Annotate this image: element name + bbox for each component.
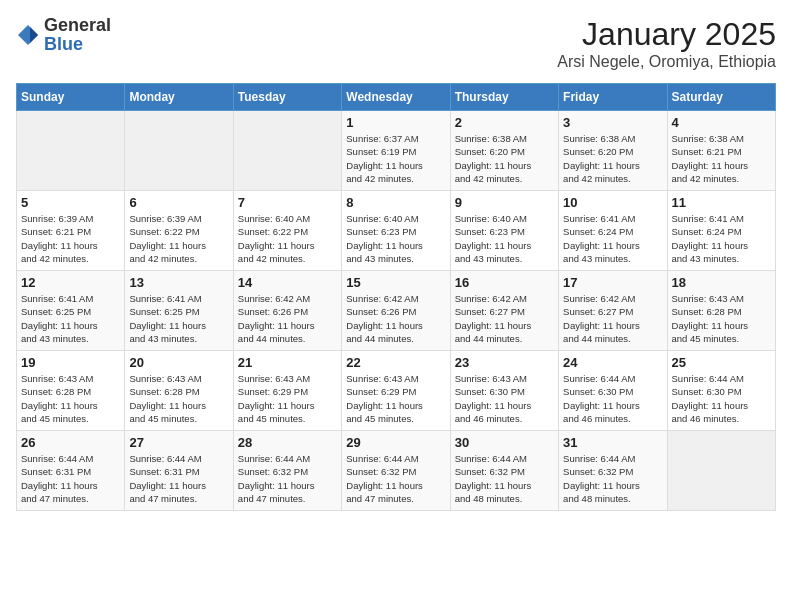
calendar-cell: 7Sunrise: 6:40 AM Sunset: 6:22 PM Daylig…	[233, 191, 341, 271]
logo-general-text: General	[44, 15, 111, 35]
calendar-cell: 12Sunrise: 6:41 AM Sunset: 6:25 PM Dayli…	[17, 271, 125, 351]
calendar-cell: 6Sunrise: 6:39 AM Sunset: 6:22 PM Daylig…	[125, 191, 233, 271]
day-info: Sunrise: 6:44 AM Sunset: 6:32 PM Dayligh…	[455, 452, 554, 505]
calendar-cell: 21Sunrise: 6:43 AM Sunset: 6:29 PM Dayli…	[233, 351, 341, 431]
calendar-cell: 20Sunrise: 6:43 AM Sunset: 6:28 PM Dayli…	[125, 351, 233, 431]
day-number: 1	[346, 115, 445, 130]
day-info: Sunrise: 6:41 AM Sunset: 6:24 PM Dayligh…	[563, 212, 662, 265]
calendar-header-row: SundayMondayTuesdayWednesdayThursdayFrid…	[17, 84, 776, 111]
day-header-thursday: Thursday	[450, 84, 558, 111]
day-number: 25	[672, 355, 771, 370]
day-info: Sunrise: 6:42 AM Sunset: 6:26 PM Dayligh…	[238, 292, 337, 345]
calendar-week-row: 12Sunrise: 6:41 AM Sunset: 6:25 PM Dayli…	[17, 271, 776, 351]
calendar-cell: 25Sunrise: 6:44 AM Sunset: 6:30 PM Dayli…	[667, 351, 775, 431]
day-header-saturday: Saturday	[667, 84, 775, 111]
day-number: 14	[238, 275, 337, 290]
logo: General Blue	[16, 16, 111, 54]
day-info: Sunrise: 6:44 AM Sunset: 6:31 PM Dayligh…	[129, 452, 228, 505]
logo-blue-text: Blue	[44, 34, 83, 54]
day-number: 31	[563, 435, 662, 450]
day-number: 19	[21, 355, 120, 370]
day-number: 24	[563, 355, 662, 370]
calendar-cell: 2Sunrise: 6:38 AM Sunset: 6:20 PM Daylig…	[450, 111, 558, 191]
title-block: January 2025 Arsi Negele, Oromiya, Ethio…	[557, 16, 776, 71]
day-info: Sunrise: 6:44 AM Sunset: 6:31 PM Dayligh…	[21, 452, 120, 505]
calendar-cell: 18Sunrise: 6:43 AM Sunset: 6:28 PM Dayli…	[667, 271, 775, 351]
calendar-cell: 16Sunrise: 6:42 AM Sunset: 6:27 PM Dayli…	[450, 271, 558, 351]
day-info: Sunrise: 6:40 AM Sunset: 6:22 PM Dayligh…	[238, 212, 337, 265]
calendar-cell	[233, 111, 341, 191]
calendar-week-row: 1Sunrise: 6:37 AM Sunset: 6:19 PM Daylig…	[17, 111, 776, 191]
calendar-cell	[17, 111, 125, 191]
calendar-cell: 26Sunrise: 6:44 AM Sunset: 6:31 PM Dayli…	[17, 431, 125, 511]
day-number: 16	[455, 275, 554, 290]
day-header-tuesday: Tuesday	[233, 84, 341, 111]
day-number: 17	[563, 275, 662, 290]
day-info: Sunrise: 6:39 AM Sunset: 6:21 PM Dayligh…	[21, 212, 120, 265]
day-number: 21	[238, 355, 337, 370]
calendar-cell: 30Sunrise: 6:44 AM Sunset: 6:32 PM Dayli…	[450, 431, 558, 511]
day-number: 18	[672, 275, 771, 290]
calendar-cell: 8Sunrise: 6:40 AM Sunset: 6:23 PM Daylig…	[342, 191, 450, 271]
day-number: 2	[455, 115, 554, 130]
day-info: Sunrise: 6:43 AM Sunset: 6:29 PM Dayligh…	[238, 372, 337, 425]
day-number: 3	[563, 115, 662, 130]
calendar-cell: 3Sunrise: 6:38 AM Sunset: 6:20 PM Daylig…	[559, 111, 667, 191]
day-number: 12	[21, 275, 120, 290]
day-info: Sunrise: 6:40 AM Sunset: 6:23 PM Dayligh…	[455, 212, 554, 265]
day-info: Sunrise: 6:43 AM Sunset: 6:28 PM Dayligh…	[129, 372, 228, 425]
svg-marker-1	[30, 27, 38, 43]
day-number: 20	[129, 355, 228, 370]
day-info: Sunrise: 6:43 AM Sunset: 6:29 PM Dayligh…	[346, 372, 445, 425]
calendar-cell	[667, 431, 775, 511]
calendar-table: SundayMondayTuesdayWednesdayThursdayFrid…	[16, 83, 776, 511]
calendar-cell: 19Sunrise: 6:43 AM Sunset: 6:28 PM Dayli…	[17, 351, 125, 431]
day-header-wednesday: Wednesday	[342, 84, 450, 111]
day-number: 30	[455, 435, 554, 450]
day-info: Sunrise: 6:43 AM Sunset: 6:28 PM Dayligh…	[672, 292, 771, 345]
day-header-sunday: Sunday	[17, 84, 125, 111]
calendar-cell: 13Sunrise: 6:41 AM Sunset: 6:25 PM Dayli…	[125, 271, 233, 351]
day-number: 13	[129, 275, 228, 290]
day-info: Sunrise: 6:44 AM Sunset: 6:32 PM Dayligh…	[238, 452, 337, 505]
location-title: Arsi Negele, Oromiya, Ethiopia	[557, 53, 776, 71]
calendar-cell: 22Sunrise: 6:43 AM Sunset: 6:29 PM Dayli…	[342, 351, 450, 431]
day-info: Sunrise: 6:43 AM Sunset: 6:28 PM Dayligh…	[21, 372, 120, 425]
day-number: 5	[21, 195, 120, 210]
day-number: 29	[346, 435, 445, 450]
calendar-cell: 31Sunrise: 6:44 AM Sunset: 6:32 PM Dayli…	[559, 431, 667, 511]
day-info: Sunrise: 6:44 AM Sunset: 6:30 PM Dayligh…	[672, 372, 771, 425]
calendar-cell: 23Sunrise: 6:43 AM Sunset: 6:30 PM Dayli…	[450, 351, 558, 431]
day-number: 10	[563, 195, 662, 210]
day-number: 4	[672, 115, 771, 130]
day-number: 26	[21, 435, 120, 450]
calendar-cell: 15Sunrise: 6:42 AM Sunset: 6:26 PM Dayli…	[342, 271, 450, 351]
logo-icon	[16, 23, 40, 47]
day-header-monday: Monday	[125, 84, 233, 111]
day-info: Sunrise: 6:38 AM Sunset: 6:20 PM Dayligh…	[455, 132, 554, 185]
calendar-cell: 17Sunrise: 6:42 AM Sunset: 6:27 PM Dayli…	[559, 271, 667, 351]
day-info: Sunrise: 6:41 AM Sunset: 6:25 PM Dayligh…	[129, 292, 228, 345]
month-title: January 2025	[557, 16, 776, 53]
day-number: 6	[129, 195, 228, 210]
day-number: 22	[346, 355, 445, 370]
day-info: Sunrise: 6:38 AM Sunset: 6:20 PM Dayligh…	[563, 132, 662, 185]
day-number: 8	[346, 195, 445, 210]
day-info: Sunrise: 6:44 AM Sunset: 6:32 PM Dayligh…	[346, 452, 445, 505]
calendar-cell: 28Sunrise: 6:44 AM Sunset: 6:32 PM Dayli…	[233, 431, 341, 511]
day-info: Sunrise: 6:40 AM Sunset: 6:23 PM Dayligh…	[346, 212, 445, 265]
calendar-cell: 11Sunrise: 6:41 AM Sunset: 6:24 PM Dayli…	[667, 191, 775, 271]
calendar-week-row: 5Sunrise: 6:39 AM Sunset: 6:21 PM Daylig…	[17, 191, 776, 271]
calendar-cell: 5Sunrise: 6:39 AM Sunset: 6:21 PM Daylig…	[17, 191, 125, 271]
day-info: Sunrise: 6:42 AM Sunset: 6:27 PM Dayligh…	[455, 292, 554, 345]
calendar-cell	[125, 111, 233, 191]
day-info: Sunrise: 6:37 AM Sunset: 6:19 PM Dayligh…	[346, 132, 445, 185]
calendar-cell: 1Sunrise: 6:37 AM Sunset: 6:19 PM Daylig…	[342, 111, 450, 191]
day-number: 28	[238, 435, 337, 450]
calendar-cell: 4Sunrise: 6:38 AM Sunset: 6:21 PM Daylig…	[667, 111, 775, 191]
calendar-week-row: 19Sunrise: 6:43 AM Sunset: 6:28 PM Dayli…	[17, 351, 776, 431]
day-number: 7	[238, 195, 337, 210]
day-number: 15	[346, 275, 445, 290]
day-info: Sunrise: 6:44 AM Sunset: 6:32 PM Dayligh…	[563, 452, 662, 505]
day-info: Sunrise: 6:39 AM Sunset: 6:22 PM Dayligh…	[129, 212, 228, 265]
